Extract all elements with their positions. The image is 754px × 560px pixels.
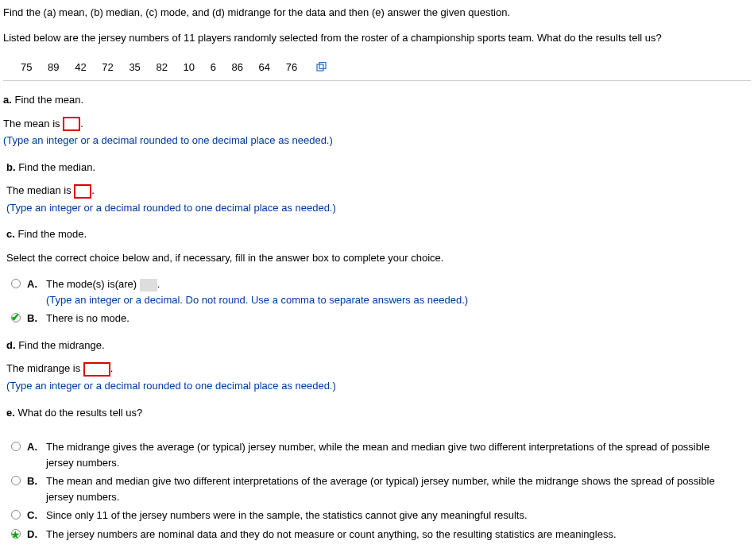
option-letter: A. [27, 276, 46, 292]
option-letter: B. [27, 311, 46, 326]
part-c-prefix: c. [6, 228, 15, 240]
data-value: 6 [211, 60, 216, 75]
part-a-text: Find the mean. [12, 94, 83, 106]
part-c-option-b[interactable]: B. There is no mode. [11, 311, 751, 326]
data-row: 75 89 42 72 35 82 10 6 86 64 76 [3, 55, 751, 81]
part-e-option-b[interactable]: B. The mean and median give two differen… [11, 473, 751, 504]
copy-icon[interactable] [316, 60, 327, 76]
option-text: There is no mode. [46, 311, 751, 326]
data-value: 35 [129, 60, 140, 75]
svg-rect-1 [319, 62, 326, 68]
option-text: The mode(s) is(are) . (Type an integer o… [46, 276, 751, 307]
question-text: Listed below are the jersey numbers of 1… [3, 30, 751, 46]
option-letter: A. [27, 439, 46, 455]
data-value: 42 [75, 60, 86, 75]
part-c-text: Find the mode. [15, 228, 87, 240]
part-c-option-a[interactable]: A. The mode(s) is(are) . (Type an intege… [11, 276, 751, 307]
option-a-text-suffix: . [157, 278, 160, 290]
data-value: 10 [184, 60, 195, 75]
part-a-label: a. Find the mean. [3, 92, 751, 108]
part-e-text: What do the results tell us? [15, 407, 142, 419]
part-d-text: Find the midrange. [16, 339, 105, 351]
part-c-instruction: Select the correct choice below and, if … [6, 250, 751, 266]
part-d-prefix: d. [6, 339, 16, 351]
option-text: The midrange gives the average (or typic… [46, 439, 751, 470]
radio-icon[interactable] [11, 476, 21, 485]
part-d-answer-prefix: The midrange is [6, 362, 83, 374]
part-a-answer-prefix: The mean is [3, 118, 63, 129]
data-value: 82 [156, 60, 167, 75]
part-a-prefix: a. [3, 94, 12, 106]
part-b-hint: (Type an integer or a decimal rounded to… [6, 200, 751, 216]
data-value: 76 [286, 60, 297, 75]
part-c-label: c. Find the mode. [6, 226, 751, 242]
part-a-answer-line: The mean is . [3, 116, 751, 132]
data-value: 89 [48, 60, 59, 75]
midrange-input[interactable] [83, 362, 110, 377]
data-value: 72 [102, 60, 113, 75]
option-letter: D. [27, 527, 46, 543]
part-e-option-a[interactable]: A. The midrange gives the average (or ty… [11, 439, 751, 470]
part-d-hint: (Type an integer or a decimal rounded to… [6, 378, 751, 394]
part-e-option-d[interactable]: D. The jersey numbers are nominal data a… [11, 527, 751, 543]
part-b-answer-prefix: The median is [6, 184, 74, 196]
radio-icon[interactable] [11, 313, 21, 322]
data-value: 86 [232, 60, 243, 75]
part-b-answer-suffix: . [91, 184, 95, 196]
part-b-prefix: b. [6, 161, 16, 173]
part-e-prefix: e. [6, 407, 15, 419]
radio-icon[interactable] [11, 529, 21, 539]
option-letter: C. [27, 508, 46, 523]
data-value: 75 [21, 60, 32, 75]
median-input[interactable] [74, 184, 91, 199]
radio-icon[interactable] [11, 442, 21, 451]
part-d-answer-line: The midrange is . [6, 361, 751, 377]
part-b-label: b. Find the median. [6, 160, 751, 176]
part-b-answer-line: The median is . [6, 183, 751, 199]
part-e-option-c[interactable]: C. Since only 11 of the jersey numbers w… [11, 508, 751, 523]
option-letter: B. [27, 473, 46, 489]
part-d-answer-suffix: . [110, 362, 114, 374]
option-text: The jersey numbers are nominal data and … [46, 527, 751, 543]
mode-input[interactable] [140, 279, 157, 292]
option-text: The mean and median give two different i… [46, 473, 751, 504]
part-a-hint: (Type an integer or a decimal rounded to… [3, 133, 751, 149]
option-a-hint: (Type an integer or a decimal. Do not ro… [46, 294, 468, 306]
part-a-answer-suffix: . [80, 118, 83, 129]
option-a-text-prefix: The mode(s) is(are) [46, 278, 140, 290]
part-d-label: d. Find the midrange. [6, 338, 751, 353]
radio-icon[interactable] [11, 279, 21, 288]
part-b-text: Find the median. [16, 161, 95, 173]
data-value: 64 [259, 60, 270, 75]
radio-icon[interactable] [11, 510, 21, 519]
problem-intro: Find the (a) mean, (b) median, (c) mode,… [3, 5, 751, 21]
svg-rect-0 [317, 64, 323, 71]
mean-input[interactable] [63, 117, 80, 131]
part-e-label: e. What do the results tell us? [6, 405, 751, 421]
option-text: Since only 11 of the jersey numbers were… [46, 508, 751, 523]
